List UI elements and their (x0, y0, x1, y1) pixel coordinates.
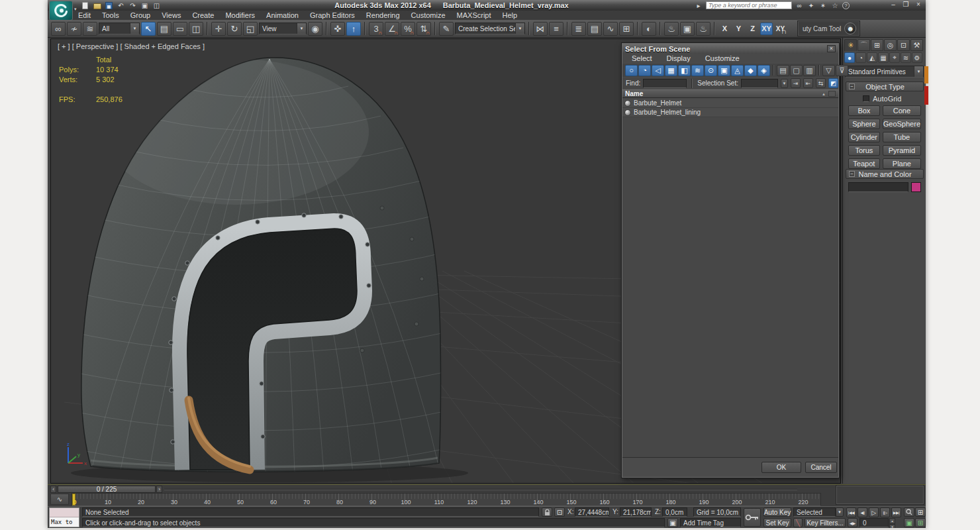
current-frame-field[interactable]: 0 (859, 518, 889, 527)
display-hidden-icon[interactable]: ▤ (777, 65, 789, 76)
tab-modify-icon[interactable]: ⌒ (858, 39, 870, 51)
set-key-button[interactable]: Set Key (763, 518, 791, 527)
ribbon-toggle-icon[interactable]: ▤ (587, 22, 602, 36)
workspace-icon[interactable]: ◫ (152, 2, 161, 9)
display-cameras-icon[interactable]: ▦ (665, 65, 677, 76)
minimize-button[interactable]: – (889, 1, 897, 8)
menu-help[interactable]: Help (503, 11, 518, 19)
display-bones-icon[interactable]: ◬ (731, 65, 744, 76)
ok-button[interactable]: OK (761, 462, 801, 473)
render-setup-icon[interactable]: ♨ (664, 22, 679, 36)
load-selection-set-icon[interactable]: ⇤ (803, 78, 813, 88)
select-and-manipulate-icon[interactable]: ✜ (330, 22, 345, 36)
display-frozen-icon[interactable]: ◈ (758, 65, 770, 76)
percent-snap-icon[interactable]: %∩ (401, 22, 415, 36)
list-item[interactable]: Barbute_Helmet_lining (622, 108, 838, 117)
display-lights-icon[interactable]: ◁ (652, 65, 664, 76)
set-keys-key-icon[interactable] (744, 508, 761, 527)
tab-motion-icon[interactable]: ◎ (884, 39, 897, 51)
display-all-icon[interactable]: ▥ (803, 65, 816, 76)
track-bar-ruler[interactable]: 0102030405060708090100110120130140150160… (72, 493, 821, 506)
autogrid-checkbox[interactable] (863, 95, 869, 102)
axis-y-button[interactable]: Y (732, 23, 745, 35)
name-column-header[interactable]: Name (625, 90, 822, 97)
snap-toggle-3d-icon[interactable]: 3∩ (369, 22, 383, 36)
zoom-extents-all-icon[interactable]: ⊞ (915, 518, 926, 527)
selection-set-dropdown[interactable] (741, 79, 778, 88)
display-none-icon[interactable]: ▢ (790, 65, 803, 76)
cylinder-button[interactable]: Cylinder (848, 132, 880, 142)
previous-frame-icon[interactable]: ◀|| (858, 507, 867, 517)
menu-views[interactable]: Views (162, 11, 181, 19)
box-button[interactable]: Box (848, 105, 880, 116)
edit-named-selections-icon[interactable]: ✎ (439, 22, 454, 36)
object-type-rollout[interactable]: − Object Type (846, 81, 924, 91)
next-frame-icon[interactable]: ||▷ (880, 507, 890, 517)
dialog-close-icon[interactable]: × (827, 45, 836, 52)
z-coordinate-field[interactable]: 0,0cm (662, 507, 687, 517)
plane-button[interactable]: Plane (883, 158, 921, 169)
menu-create[interactable]: Create (192, 11, 214, 19)
binoculars-icon[interactable]: ∞ (795, 2, 804, 9)
auto-key-button[interactable]: Auto Key (763, 507, 791, 517)
filter-icon[interactable]: ▽ (822, 65, 835, 76)
subcat-spacewarps-icon[interactable]: ≋ (901, 52, 911, 63)
display-geometry-icon[interactable]: ○ (625, 65, 638, 76)
selection-lock-icon[interactable] (542, 507, 552, 517)
dialog-menu-display[interactable]: Display (667, 54, 691, 62)
select-and-scale-icon[interactable]: ◱ (243, 22, 258, 36)
dialog-menu-select[interactable]: Select (632, 54, 652, 62)
name-color-rollout[interactable]: − Name and Color (846, 169, 924, 179)
track-selection-toggle-icon[interactable]: ◩ (828, 78, 838, 88)
material-editor-icon[interactable]: ◐ (642, 22, 656, 36)
play-icon[interactable]: ▷ (869, 507, 879, 517)
communication-center-icon[interactable]: ✶ (818, 2, 828, 9)
key-mode-arrow-icon[interactable]: ▼ (836, 507, 844, 517)
angle-snap-icon[interactable]: ∠∩ (385, 22, 399, 36)
pyramid-button[interactable]: Pyramid (883, 145, 921, 156)
dialog-menu-customize[interactable]: Customize (705, 54, 740, 62)
spinner-up-icon[interactable]: ▴ (889, 518, 895, 524)
favorites-star-icon[interactable]: ☆ (830, 2, 840, 9)
search-input[interactable] (706, 1, 792, 9)
logo-caret-icon[interactable]: ▾ (74, 7, 77, 12)
cancel-button[interactable]: Cancel (805, 462, 837, 473)
cam-tool-icon[interactable]: ☻ (844, 23, 856, 34)
tab-utilities-icon[interactable]: ⚒ (910, 39, 923, 51)
redo-icon[interactable]: ↷ (128, 2, 137, 9)
subcat-geometry-icon[interactable]: ● (844, 52, 855, 63)
align-icon[interactable]: ≡ (549, 22, 564, 36)
menu-rendering[interactable]: Rendering (366, 11, 400, 19)
subcat-cameras-icon[interactable]: ▦ (878, 52, 889, 63)
named-selection-dropdown[interactable]: Create Selection Se ▼ (455, 23, 525, 34)
menu-group[interactable]: Group (130, 11, 151, 19)
scene-object-list[interactable]: Barbute_Helmet Barbute_Helmet_lining (622, 99, 838, 458)
collapse-icon[interactable]: − (849, 83, 855, 89)
use-pivot-center-icon[interactable]: ◉ (308, 22, 322, 36)
zoom-extents-icon[interactable]: ▣ (904, 518, 914, 527)
rectangular-selection-icon[interactable]: ▭ (173, 22, 187, 36)
time-slider-track[interactable] (164, 489, 797, 490)
window-crossing-icon[interactable]: ◫ (189, 22, 203, 36)
close-button[interactable]: × (914, 1, 922, 8)
selection-set-arrow-icon[interactable]: ▼ (781, 79, 788, 88)
list-column-header[interactable]: Name ▲ (622, 89, 838, 98)
zoom-icon[interactable] (904, 507, 914, 517)
listener-pane[interactable]: Max to (50, 517, 79, 527)
undo-icon[interactable]: ↶ (117, 2, 125, 9)
select-and-move-icon[interactable]: ✛ (211, 22, 226, 36)
torus-button[interactable]: Torus (848, 145, 880, 156)
object-name[interactable]: Barbute_Helmet_lining (634, 109, 701, 116)
frame-spinner[interactable]: ▴ ▾ (889, 518, 895, 527)
teapot-button[interactable]: Teapot (848, 158, 880, 169)
display-spacewarps-icon[interactable]: ≋ (691, 65, 704, 76)
menu-graph-editors[interactable]: Graph Editors (310, 11, 355, 19)
menu-tools[interactable]: Tools (102, 11, 119, 19)
tab-hierarchy-icon[interactable]: ⊞ (871, 39, 883, 51)
menu-animation[interactable]: Animation (266, 11, 299, 19)
subcat-shapes-icon[interactable]: ◔ (856, 52, 866, 63)
menu-maxscript[interactable]: MAXScript (457, 11, 491, 19)
add-time-tag-field[interactable]: Add Time Tag (680, 518, 741, 527)
application-menu-logo[interactable] (49, 1, 73, 21)
find-input[interactable] (643, 79, 687, 88)
